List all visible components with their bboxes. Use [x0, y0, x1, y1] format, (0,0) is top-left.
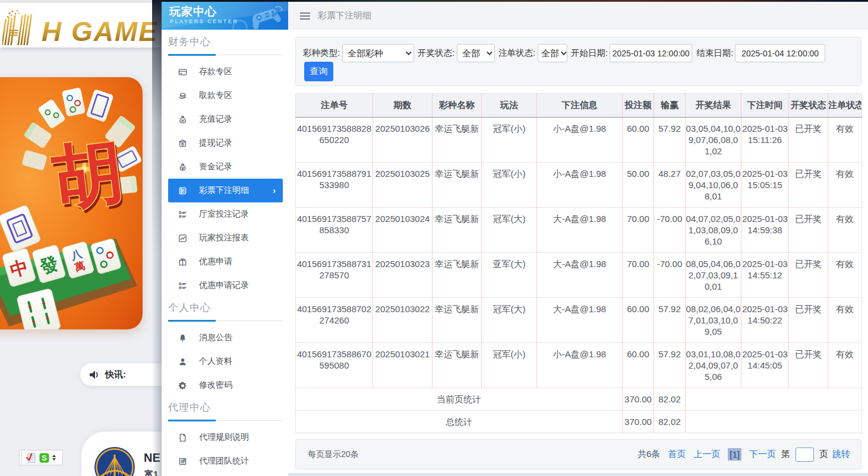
next-page-link[interactable]: 下一页 [749, 449, 776, 460]
sidebar-item-withdraw[interactable]: 取款专区› [168, 84, 283, 107]
table-cell: 小-A盘@1.98 [537, 118, 623, 163]
withdraw-icon [178, 91, 187, 100]
table-cell: 2025-01-03 14:55:12 [741, 253, 789, 298]
input-method-toolbar[interactable]: S [19, 450, 63, 465]
sidebar-item-promo-apply[interactable]: 优惠申请› [168, 250, 283, 274]
jump-go-link[interactable]: 跳转 [832, 449, 850, 460]
page-title: 彩票下注明细 [318, 10, 371, 21]
sidebar-item-label: 玩家投注报表 [199, 233, 249, 243]
sidebar-item-lottery-bet-detail[interactable]: 彩票下注明细› [168, 179, 283, 202]
sidebar-item-label: 存款专区 [199, 66, 232, 77]
table-cell: 已开奖 [789, 298, 828, 343]
site-header: H GAME [0, 3, 162, 47]
lottery-bet-detail-icon [178, 186, 187, 195]
table-cell: 已开奖 [789, 118, 828, 163]
end-date-input[interactable] [735, 44, 825, 62]
table-cell: 401569173588670595080 [296, 343, 373, 388]
table-body: 40156917358882865022020250103026幸运飞艇新冠军(… [296, 118, 862, 433]
table-row: 40156917358882865022020250103026幸运飞艇新冠军(… [296, 118, 862, 163]
notepad-icon[interactable] [26, 452, 36, 463]
table-cell: 60.00 [623, 118, 654, 163]
table-cell: 2025-01-03 14:45:05 [741, 343, 789, 388]
promo-apply-icon [178, 258, 187, 266]
news-card[interactable]: NE 富1 [81, 431, 162, 476]
start-date-input[interactable] [610, 44, 692, 62]
toolbar-drag-handle[interactable] [21, 452, 24, 463]
table-cell: 大-A盘@1.98 [537, 253, 623, 298]
mahjong-banner[interactable]: 胡 胡 中 發 八萬 [0, 77, 143, 329]
sidebar-item-password[interactable]: 修改密码› [168, 373, 283, 397]
table-cell: 已开奖 [789, 253, 828, 298]
sidebar-item-profile[interactable]: 个人资料› [168, 350, 283, 373]
order-status-select[interactable]: 全部 [538, 44, 567, 62]
sidebar-subtitle: PLAYERS CENTER [170, 18, 238, 24]
menu-toggle-icon[interactable] [300, 12, 310, 20]
table-cell: 大-A盘@1.98 [537, 298, 623, 343]
sidebar-item-recharge-record[interactable]: 充值记录› [168, 107, 283, 131]
table-cell: 02,07,03,05,09,04,10,06,08,01 [686, 163, 741, 208]
table-cell: 有效 [828, 118, 862, 163]
sidebar-nav: 财务中心存款专区›取款专区›充值记录›提现记录›资金记录›彩票下注明细›厅室投注… [162, 30, 288, 473]
panel-top-strip [162, 0, 868, 2]
end-date-label: 结束日期: [696, 47, 733, 59]
sidebar-item-agent-team[interactable]: 代理团队统计› [168, 449, 283, 473]
table-cell: 08,05,04,06,02,07,03,09,10,01 [686, 253, 741, 298]
sidebar: 玩家中心 PLAYERS CENTER 财务中心存款专区›取款专区›充值记录›提… [162, 2, 288, 476]
topbar: 彩票下注明细 [288, 2, 868, 30]
funds-record-icon [178, 163, 187, 172]
table-cell: 03,05,04,10,09,07,06,08,01,02 [686, 118, 741, 163]
sidebar-item-hall-bet-record[interactable]: 厅室投注记录› [168, 202, 283, 226]
table-cell: 401569173588702274260 [296, 298, 373, 343]
sidebar-item-player-report[interactable]: 玩家投注报表› [168, 226, 283, 250]
current-page-badge: [1] [728, 448, 741, 461]
sidebar-item-agent-rules[interactable]: 代理规则说明› [168, 426, 283, 449]
page-size-label: 每页显示20条 [308, 449, 359, 460]
agent-rules-icon [178, 433, 187, 442]
pager-controls: 共6条 首页 上一页 [1] 下一页 第 页 跳转 [637, 448, 850, 462]
jump-page-post-label: 页 [819, 449, 828, 460]
player-report-icon [178, 234, 187, 243]
sogou-icon[interactable]: S [39, 453, 49, 463]
sidebar-item-label: 消息公告 [199, 332, 232, 343]
promo-record-icon [178, 281, 187, 290]
section-underline [168, 320, 282, 321]
deposit-icon [178, 68, 187, 77]
table-cell: 48.27 [654, 163, 686, 208]
prev-page-link[interactable]: 上一页 [693, 449, 720, 460]
table-cell: 60.00 [623, 298, 654, 343]
lottery-type-select[interactable]: 全部彩种 [342, 44, 414, 62]
bet-records-table: 注单号期数彩种名称玩法下注信息投注额输赢开奖结果下注时间开奖状态注单状态 401… [295, 93, 862, 433]
jump-page-pre-label: 第 [781, 449, 790, 460]
sidebar-item-announcement[interactable]: 消息公告› [168, 326, 283, 350]
query-button[interactable]: 查询 [304, 62, 333, 81]
table-cell: 20250103024 [373, 208, 433, 253]
sidebar-item-withdraw-record[interactable]: 提现记录› [168, 131, 283, 155]
table-cell: 幸运飞艇新 [433, 163, 482, 208]
recharge-record-icon [178, 115, 187, 124]
sidebar-item-label: 提现记录 [199, 138, 232, 148]
sidebar-item-promo-record[interactable]: 优惠申请记录› [168, 274, 283, 297]
draw-status-select[interactable]: 全部 [457, 44, 495, 62]
logo-text: H GAME [42, 16, 158, 47]
table-cell: 小-A盘@1.98 [537, 343, 623, 388]
table-cell: 亚军(大) [482, 253, 537, 298]
table-cell: 大-A盘@1.98 [537, 208, 623, 253]
filter-card: 彩种类型: 全部彩种 开奖状态: 全部 注单状态: 全部 [295, 37, 861, 86]
sidebar-item-funds-record[interactable]: 资金记录› [168, 155, 283, 179]
draw-status-label: 开奖状态: [418, 47, 454, 59]
table-cell: 2025-01-03 15:11:26 [741, 118, 789, 163]
table-cell: 幸运飞艇新 [433, 298, 482, 343]
footer-strip [288, 473, 868, 476]
jump-page-input[interactable] [796, 448, 814, 462]
sidebar-section-title: 财务中心 [168, 35, 282, 55]
panel-shadow [152, 0, 162, 476]
table-cell: 有效 [828, 343, 862, 388]
table-cell: 冠军(小) [482, 163, 537, 208]
first-page-link[interactable]: 首页 [668, 449, 686, 460]
sidebar-item-deposit[interactable]: 存款专区› [168, 60, 283, 84]
toolbar-expand-arrows[interactable] [52, 455, 56, 461]
stats-win-total: 82.02 [654, 388, 686, 411]
table-cell: 401569173588757858330 [296, 208, 373, 253]
sidebar-item-label: 修改密码 [199, 380, 232, 391]
table-cell: 57.92 [654, 298, 686, 343]
